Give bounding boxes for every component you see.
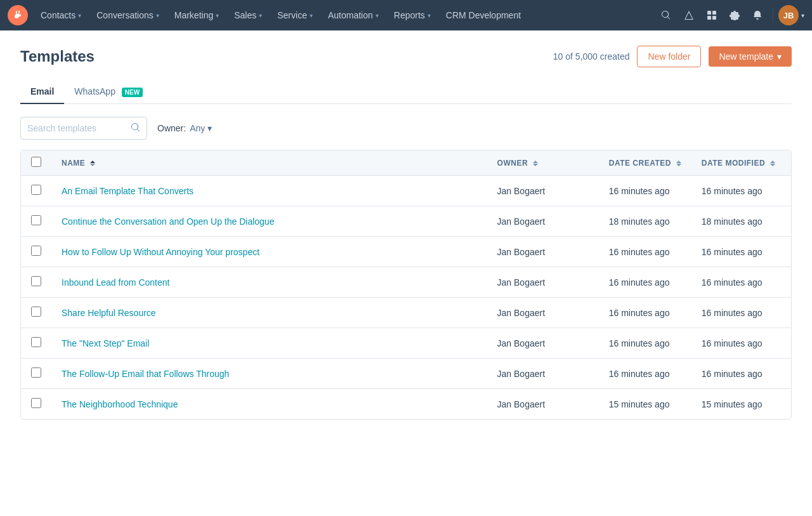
col-header-owner[interactable]: OWNER <box>487 150 599 176</box>
tab-whatsapp[interactable]: WhatsApp NEW <box>64 80 153 104</box>
row-checkbox-1[interactable] <box>31 215 41 225</box>
row-date-modified-cell: 16 minutes ago <box>691 176 791 206</box>
upgrade-icon-button[interactable] <box>679 5 699 25</box>
table-row: An Email Template That Converts Jan Boga… <box>21 176 791 206</box>
row-owner-cell: Jan Bogaert <box>487 206 599 237</box>
row-date-created-cell: 16 minutes ago <box>599 176 691 206</box>
table-row: Share Helpful Resource Jan Bogaert 16 mi… <box>21 298 791 328</box>
row-checkbox-cell <box>21 176 51 206</box>
sort-icon-owner <box>533 161 538 166</box>
search-icon-button[interactable] <box>656 5 676 25</box>
search-box[interactable] <box>20 117 147 140</box>
row-date-modified-cell: 16 minutes ago <box>691 237 791 267</box>
row-date-created-cell: 16 minutes ago <box>599 359 691 389</box>
search-input[interactable] <box>27 123 128 133</box>
template-name-link-6[interactable]: The Follow-Up Email that Follows Through <box>62 369 229 379</box>
chevron-icon: ▾ <box>216 12 219 19</box>
nav-crm-development[interactable]: CRM Development <box>438 0 528 30</box>
nav-service[interactable]: Service ▾ <box>270 0 320 30</box>
row-owner-cell: Jan Bogaert <box>487 176 599 206</box>
row-name-cell: The Neighborhood Technique <box>51 389 487 420</box>
template-name-link-5[interactable]: The "Next Step" Email <box>62 338 149 348</box>
sort-icon-name <box>90 161 95 166</box>
hubspot-logo[interactable] <box>8 5 28 25</box>
col-header-date-modified[interactable]: DATE MODIFIED <box>691 150 791 176</box>
col-header-date-created[interactable]: DATE CREATED <box>599 150 691 176</box>
row-checkbox-5[interactable] <box>31 337 41 347</box>
filter-row: Owner: Any ▾ <box>20 117 792 140</box>
row-checkbox-7[interactable] <box>31 398 41 408</box>
new-folder-button[interactable]: New folder <box>637 46 701 67</box>
template-name-link-7[interactable]: The Neighborhood Technique <box>62 399 178 409</box>
owner-select-dropdown[interactable]: Any ▾ <box>190 123 212 133</box>
page-content: Templates 10 of 5,000 created New folder… <box>0 30 812 435</box>
sort-icon-date-created <box>676 161 681 166</box>
table-row: The Follow-Up Email that Follows Through… <box>21 359 791 389</box>
row-name-cell: Continue the Conversation and Open Up th… <box>51 206 487 237</box>
top-navigation: Contacts ▾ Conversations ▾ Marketing ▾ S… <box>0 0 812 30</box>
template-name-link-3[interactable]: Inbound Lead from Content <box>62 277 169 288</box>
table-row: Continue the Conversation and Open Up th… <box>21 206 791 237</box>
header-right: 10 of 5,000 created New folder New templ… <box>553 46 792 67</box>
select-all-checkbox[interactable] <box>31 157 41 167</box>
created-count: 10 of 5,000 created <box>553 51 630 62</box>
sort-icon-date-modified <box>770 161 775 166</box>
row-date-created-cell: 16 minutes ago <box>599 237 691 267</box>
dropdown-chevron-icon: ▾ <box>777 51 782 62</box>
new-badge: NEW <box>122 88 143 97</box>
nav-reports[interactable]: Reports ▾ <box>386 0 438 30</box>
row-name-cell: Share Helpful Resource <box>51 298 487 328</box>
chevron-icon: ▾ <box>428 12 431 19</box>
row-checkbox-cell <box>21 389 51 420</box>
template-name-link-1[interactable]: Continue the Conversation and Open Up th… <box>62 216 274 227</box>
avatar[interactable]: JB <box>778 5 799 25</box>
nav-marketing[interactable]: Marketing ▾ <box>167 0 226 30</box>
nav-contacts[interactable]: Contacts ▾ <box>33 0 89 30</box>
search-icon <box>131 123 140 134</box>
owner-select-value: Any <box>190 123 205 133</box>
notifications-icon-button[interactable] <box>747 5 768 25</box>
template-name-link-2[interactable]: How to Follow Up Without Annoying Your p… <box>62 247 259 257</box>
svg-rect-4 <box>712 16 716 20</box>
nav-right-icons: JB ▾ <box>656 5 804 25</box>
avatar-chevron-icon[interactable]: ▾ <box>801 12 804 19</box>
row-checkbox-cell <box>21 206 51 237</box>
col-header-name[interactable]: NAME <box>51 150 487 176</box>
owner-chevron-icon: ▾ <box>207 123 212 133</box>
row-checkbox-2[interactable] <box>31 246 41 256</box>
settings-icon-button[interactable] <box>724 5 745 25</box>
row-owner-cell: Jan Bogaert <box>487 237 599 267</box>
row-checkbox-0[interactable] <box>31 185 41 195</box>
row-name-cell: Inbound Lead from Content <box>51 267 487 298</box>
row-name-cell: The Follow-Up Email that Follows Through <box>51 359 487 389</box>
template-name-link-0[interactable]: An Email Template That Converts <box>62 186 193 196</box>
select-all-header <box>21 150 51 176</box>
marketplace-icon-button[interactable] <box>702 5 722 25</box>
row-date-created-cell: 16 minutes ago <box>599 328 691 359</box>
row-date-modified-cell: 16 minutes ago <box>691 328 791 359</box>
row-date-created-cell: 18 minutes ago <box>599 206 691 237</box>
template-name-link-4[interactable]: Share Helpful Resource <box>62 308 156 318</box>
svg-rect-1 <box>707 11 711 15</box>
row-checkbox-4[interactable] <box>31 307 41 317</box>
row-checkbox-cell <box>21 328 51 359</box>
chevron-icon: ▾ <box>259 12 262 19</box>
nav-items: Contacts ▾ Conversations ▾ Marketing ▾ S… <box>33 0 656 30</box>
chevron-icon: ▾ <box>310 12 313 19</box>
row-checkbox-6[interactable] <box>31 367 41 378</box>
nav-sales[interactable]: Sales ▾ <box>226 0 270 30</box>
templates-table: NAME OWNER DATE CREA <box>20 150 792 420</box>
tab-email[interactable]: Email <box>20 80 64 104</box>
nav-conversations[interactable]: Conversations ▾ <box>89 0 167 30</box>
row-checkbox-3[interactable] <box>31 276 41 286</box>
row-date-created-cell: 15 minutes ago <box>599 389 691 420</box>
row-owner-cell: Jan Bogaert <box>487 328 599 359</box>
row-date-modified-cell: 16 minutes ago <box>691 359 791 389</box>
svg-rect-2 <box>712 11 716 15</box>
owner-filter: Owner: Any ▾ <box>157 123 212 133</box>
new-template-button[interactable]: New template ▾ <box>709 46 792 67</box>
row-name-cell: The "Next Step" Email <box>51 328 487 359</box>
nav-automation[interactable]: Automation ▾ <box>320 0 386 30</box>
table-row: How to Follow Up Without Annoying Your p… <box>21 237 791 267</box>
row-date-modified-cell: 16 minutes ago <box>691 267 791 298</box>
